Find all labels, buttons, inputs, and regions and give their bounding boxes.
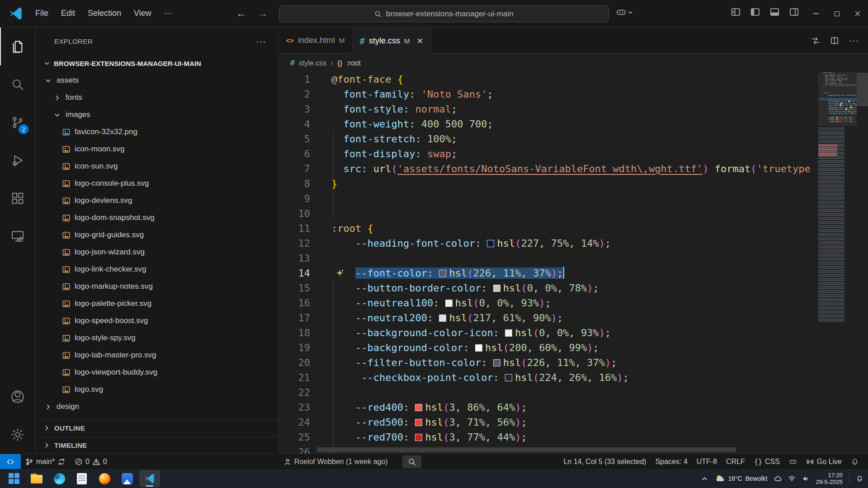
- tree-item-icon-sun-svg[interactable]: icon-sun.svg: [36, 158, 278, 175]
- tree-item-logo-style-spy-svg[interactable]: logo-style-spy.svg: [36, 329, 278, 347]
- line-number[interactable]: 8: [278, 176, 317, 191]
- weather-widget[interactable]: 16°C Bewolkt: [715, 474, 767, 483]
- horizontal-scrollbar[interactable]: [317, 447, 768, 452]
- code-line-7[interactable]: 7 src: url('assets/fonts/NotoSans-Variab…: [278, 161, 818, 176]
- tree-item-design[interactable]: design: [36, 398, 278, 415]
- explorer-icon[interactable]: [0, 28, 35, 66]
- tab-style-css[interactable]: # style.css M ✕: [353, 28, 431, 54]
- extensions-icon[interactable]: [0, 179, 35, 217]
- accounts-icon[interactable]: [0, 378, 35, 416]
- toggle-secondary-sidebar-icon[interactable]: [789, 7, 799, 17]
- search-icon[interactable]: [0, 66, 35, 103]
- document-app-icon[interactable]: [71, 470, 92, 487]
- git-branch-status[interactable]: main*: [21, 454, 70, 469]
- tree-item-logo-json-wizard-svg[interactable]: logo-json-wizard.svg: [36, 244, 278, 261]
- line-number[interactable]: 5: [278, 131, 317, 146]
- line-number[interactable]: 15: [278, 281, 317, 296]
- tree-item-logo-console-plus-svg[interactable]: logo-console-plus.svg: [36, 175, 278, 192]
- settings-icon[interactable]: [0, 416, 35, 454]
- line-number[interactable]: 1: [278, 72, 317, 87]
- code-line-12[interactable]: 12 --heading-font-color: hsl(227, 75%, 1…: [278, 236, 818, 251]
- color-swatch[interactable]: [505, 329, 512, 337]
- color-swatch[interactable]: [487, 240, 494, 247]
- copilot-menu-icon[interactable]: [616, 7, 633, 18]
- color-swatch[interactable]: [439, 314, 446, 322]
- menu-view[interactable]: View: [128, 6, 157, 21]
- eol-status[interactable]: CRLF: [722, 454, 750, 469]
- line-number[interactable]: 10: [278, 206, 317, 221]
- hidden-icons-chevron[interactable]: [701, 475, 708, 483]
- code-line-2[interactable]: 2 font-family: 'Noto Sans';: [278, 87, 818, 102]
- taskbar-clock[interactable]: 17:20 29-5-2025: [816, 472, 843, 485]
- tree-item-logo-palette-picker-svg[interactable]: logo-palette-picker.svg: [36, 295, 278, 312]
- line-number[interactable]: 14: [278, 266, 317, 281]
- code-line-21[interactable]: 21 --checkbox-point-color: hsl(224, 26%,…: [278, 370, 818, 385]
- vscode-taskbar-icon[interactable]: [139, 470, 160, 487]
- vertical-scrollbar[interactable]: [857, 72, 868, 454]
- code-line-17[interactable]: 17 --neutral200: hsl(217, 61%, 90%);: [278, 310, 818, 325]
- code-line-11[interactable]: 11:root {: [278, 221, 818, 236]
- line-number[interactable]: 3: [278, 102, 317, 117]
- breadcrumb-file[interactable]: style.css: [299, 59, 326, 67]
- line-number[interactable]: 21: [278, 370, 317, 385]
- tree-item-fonts[interactable]: fonts: [36, 89, 278, 106]
- notification-center-icon[interactable]: [856, 475, 863, 483]
- start-button[interactable]: [4, 470, 24, 487]
- forward-button[interactable]: →: [258, 8, 268, 19]
- code-line-23[interactable]: 23 --red400: hsl(3, 86%, 64%);: [278, 400, 818, 415]
- line-number[interactable]: 24: [278, 415, 317, 430]
- code-line-22[interactable]: 22: [278, 385, 818, 400]
- file-explorer-icon[interactable]: [26, 470, 47, 487]
- line-number[interactable]: 11: [278, 221, 317, 236]
- cursor-position[interactable]: Ln 14, Col 5 (33 selected): [559, 454, 651, 469]
- line-number[interactable]: 13: [278, 251, 317, 266]
- run-debug-icon[interactable]: [0, 141, 35, 179]
- line-number[interactable]: 22: [278, 385, 317, 400]
- compare-changes-icon[interactable]: [811, 36, 821, 46]
- language-mode[interactable]: {}CSS: [750, 454, 784, 469]
- source-control-icon[interactable]: 2: [0, 103, 35, 141]
- notifications-bell-icon[interactable]: [846, 454, 863, 469]
- line-number[interactable]: 20: [278, 355, 317, 370]
- gitlens-blame[interactable]: Roelof Wobben (1 week ago): [279, 454, 392, 469]
- go-live-button[interactable]: Go Live: [802, 454, 846, 469]
- line-number[interactable]: 12: [278, 236, 317, 251]
- code-editor[interactable]: 1@font-face {2 font-family: 'Noto Sans';…: [278, 72, 818, 454]
- line-number[interactable]: 18: [278, 325, 317, 340]
- tree-item-images[interactable]: images: [36, 106, 278, 123]
- tree-item-logo-tab-master-pro-svg[interactable]: logo-tab-master-pro.svg: [36, 347, 278, 364]
- line-number[interactable]: 23: [278, 400, 317, 415]
- tree-item-logo-grid-guides-svg[interactable]: logo-grid-guides.svg: [36, 226, 278, 244]
- color-swatch[interactable]: [445, 300, 453, 307]
- color-swatch[interactable]: [439, 270, 446, 277]
- line-number[interactable]: 4: [278, 117, 317, 131]
- remote-explorer-icon[interactable]: [0, 217, 35, 255]
- tab-index-html[interactable]: <> index.html M: [278, 28, 353, 53]
- maximize-button[interactable]: [826, 0, 847, 27]
- code-line-15[interactable]: 15 --button-border-color: hsl(0, 0%, 78%…: [278, 281, 818, 296]
- volume-icon[interactable]: [802, 475, 810, 483]
- code-line-20[interactable]: 20 --filter-button-color: hsl(226, 11%, …: [278, 355, 818, 370]
- split-editor-icon[interactable]: [830, 36, 840, 46]
- breadcrumb-symbol[interactable]: :root: [346, 59, 361, 67]
- outline-section[interactable]: OUTLINE: [36, 419, 278, 436]
- edge-browser-icon[interactable]: [49, 470, 70, 487]
- explorer-more-actions[interactable]: ···: [256, 36, 266, 47]
- menu-edit[interactable]: Edit: [56, 6, 80, 21]
- line-number[interactable]: 6: [278, 146, 317, 161]
- code-line-25[interactable]: 25 --red700: hsl(3, 77%, 44%);: [278, 430, 818, 445]
- code-line-5[interactable]: 5 font-stretch: 100%;: [278, 131, 818, 146]
- firefox-browser-icon[interactable]: [94, 470, 115, 487]
- color-swatch[interactable]: [415, 434, 422, 441]
- workspace-root-folder[interactable]: BROWSER-EXTENSIONS-MANAGER-UI-MAIN: [36, 55, 278, 72]
- code-line-8[interactable]: 8}: [278, 176, 818, 191]
- copilot-status-icon[interactable]: [784, 454, 802, 469]
- code-line-3[interactable]: 3 font-style: normal;: [278, 102, 818, 117]
- code-line-18[interactable]: 18 --background-color-icon: hsl(0, 0%, 9…: [278, 325, 818, 340]
- network-wifi-icon[interactable]: [788, 475, 796, 483]
- line-number[interactable]: 16: [278, 296, 317, 310]
- code-line-10[interactable]: 10: [278, 206, 818, 221]
- color-swatch[interactable]: [415, 404, 422, 411]
- onedrive-cloud-icon[interactable]: [774, 475, 782, 483]
- line-number[interactable]: 26: [278, 445, 317, 454]
